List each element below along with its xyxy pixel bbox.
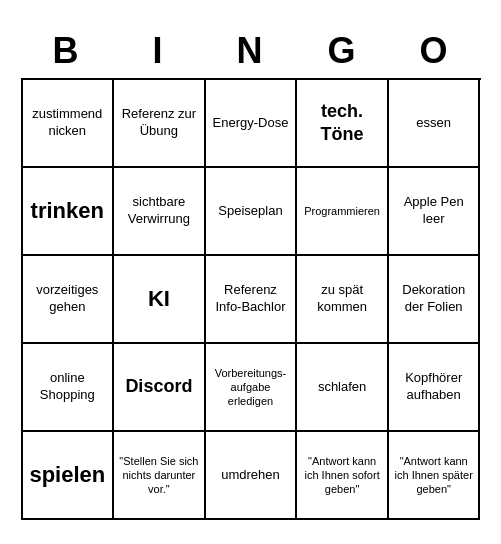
bingo-cell: Programmieren (297, 168, 389, 256)
header-letter-o: O (389, 24, 481, 78)
bingo-cell: sichtbare Verwirrung (114, 168, 206, 256)
bingo-cell: spielen (23, 432, 115, 520)
bingo-cell: schlafen (297, 344, 389, 432)
bingo-cell: umdrehen (206, 432, 298, 520)
header-letter-b: B (21, 24, 113, 78)
bingo-cell: Apple Pen leer (389, 168, 481, 256)
header-letter-g: G (297, 24, 389, 78)
bingo-cell: Energy-Dose (206, 80, 298, 168)
bingo-cell: "Antwort kann ich Ihnen sofort geben" (297, 432, 389, 520)
bingo-cell: Referenz zur Übung (114, 80, 206, 168)
bingo-card: BINGO zustimmend nickenReferenz zur Übun… (11, 14, 491, 530)
bingo-cell: Dekoration der Folien (389, 256, 481, 344)
bingo-cell: "Stellen Sie sich nichts darunter vor." (114, 432, 206, 520)
bingo-cell: Discord (114, 344, 206, 432)
bingo-cell: online Shopping (23, 344, 115, 432)
bingo-cell: "Antwort kann ich Ihnen später geben" (389, 432, 481, 520)
bingo-header: BINGO (21, 24, 481, 78)
header-letter-i: I (113, 24, 205, 78)
bingo-cell: zustimmend nicken (23, 80, 115, 168)
bingo-cell: KI (114, 256, 206, 344)
bingo-cell: Speiseplan (206, 168, 298, 256)
header-letter-n: N (205, 24, 297, 78)
bingo-cell: vorzeitiges gehen (23, 256, 115, 344)
bingo-cell: zu spät kommen (297, 256, 389, 344)
bingo-cell: tech. Töne (297, 80, 389, 168)
bingo-cell: Vorbereitungs-aufgabe erledigen (206, 344, 298, 432)
bingo-cell: Kopfhörer aufhaben (389, 344, 481, 432)
bingo-cell: trinken (23, 168, 115, 256)
bingo-grid: zustimmend nickenReferenz zur ÜbungEnerg… (21, 78, 481, 520)
bingo-cell: Referenz Info-Bachlor (206, 256, 298, 344)
bingo-cell: essen (389, 80, 481, 168)
